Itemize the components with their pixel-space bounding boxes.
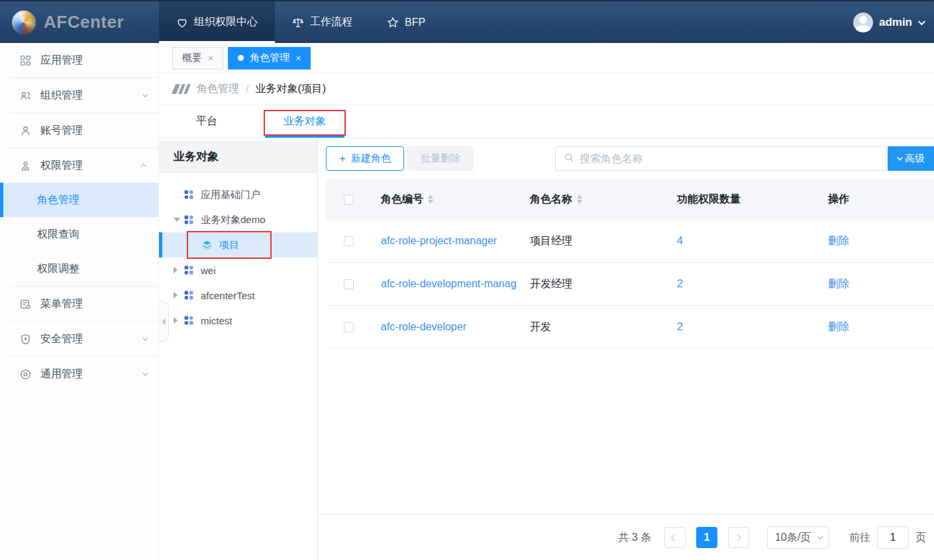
- sidebar-item-permission-adjust[interactable]: 权限调整: [0, 252, 158, 286]
- row-checkbox[interactable]: [344, 279, 354, 289]
- tab-platform[interactable]: 平台: [174, 105, 240, 138]
- sidebar-item-general-management[interactable]: 通用管理: [0, 357, 158, 391]
- new-role-label: 新建角色: [351, 152, 391, 165]
- sidebar-collapse-handle[interactable]: [159, 301, 169, 342]
- menu-doc-icon: [20, 299, 32, 310]
- role-table: 角色编号 角色名称 功能权限数量 操作 a: [326, 179, 934, 349]
- tree-node-app-base-portal[interactable]: 应用基础门户: [159, 182, 317, 207]
- header-nav: 组织权限中心 工作流程 BFP: [159, 1, 442, 43]
- search-input[interactable]: [580, 153, 878, 165]
- chevron-down-icon: [142, 335, 148, 340]
- table-row: afc-role-development-manag 开发经理 2 删除: [326, 263, 934, 306]
- double-chevron-down-icon: [897, 156, 901, 161]
- select-all-checkbox[interactable]: [344, 195, 354, 205]
- tree: 应用基础门户: [159, 173, 317, 333]
- shield-heart-icon: [176, 17, 188, 28]
- tree-node-mictest[interactable]: mictest: [159, 308, 317, 333]
- sidebar-item-permission-query[interactable]: 权限查询: [0, 217, 158, 252]
- tab-business-object[interactable]: 业务对象: [265, 105, 344, 138]
- expander-right-icon[interactable]: [174, 267, 183, 273]
- brand-name: AFCenter: [44, 12, 124, 32]
- goto-label: 前往: [849, 531, 870, 545]
- role-id-link[interactable]: afc-role-project-manager: [371, 235, 520, 247]
- search-icon: [564, 152, 574, 165]
- account-user-icon: [20, 125, 32, 136]
- view-tabs: 平台 业务对象: [159, 105, 934, 138]
- chevron-left-icon: [671, 534, 678, 541]
- nav-item-bfp[interactable]: BFP: [370, 1, 442, 43]
- batch-delete-button[interactable]: 批量删除: [407, 146, 474, 171]
- sidebar-subitem-label: 权限调整: [37, 262, 79, 276]
- sidebar-item-menu-management[interactable]: 菜单管理: [0, 287, 158, 321]
- row-checkbox[interactable]: [344, 322, 354, 332]
- nav-item-org-permission-center[interactable]: 组织权限中心: [159, 1, 275, 43]
- app-node-icon: [183, 265, 194, 275]
- sidebar-item-security-management[interactable]: 安全管理: [0, 322, 158, 356]
- new-role-button[interactable]: + 新建角色: [326, 146, 404, 171]
- role-id-link[interactable]: afc-role-development-manag: [371, 278, 520, 290]
- delete-link[interactable]: 删除: [818, 277, 934, 291]
- role-name: 开发经理: [520, 277, 667, 291]
- tree-node-afcentertest[interactable]: afcenterTest: [159, 283, 317, 308]
- sidebar: 应用管理 组织管理 账号: [0, 43, 159, 560]
- tab-role-management[interactable]: 角色管理 ×: [228, 47, 311, 70]
- breadcrumb-current: 业务对象(项目): [255, 82, 326, 96]
- sidebar-item-label: 应用管理: [40, 54, 83, 68]
- tree-node-label: mictest: [201, 315, 233, 326]
- sidebar-item-app-management[interactable]: 应用管理: [0, 43, 158, 77]
- app-node-icon: [183, 315, 194, 326]
- tree-node-project[interactable]: 项目: [159, 232, 317, 257]
- next-page-button[interactable]: [728, 527, 749, 548]
- prev-page-button[interactable]: [664, 527, 686, 548]
- delete-link[interactable]: 删除: [818, 234, 934, 248]
- permission-count-link[interactable]: 2: [667, 278, 818, 290]
- expander-right-icon[interactable]: [174, 292, 183, 299]
- role-name: 项目经理: [520, 234, 667, 248]
- role-name: 开发: [520, 320, 667, 334]
- expander-down-icon[interactable]: [174, 218, 183, 222]
- chevron-down-icon: [817, 534, 823, 539]
- active-dot-icon: [238, 55, 244, 61]
- sidebar-item-account-management[interactable]: 账号管理: [0, 113, 158, 148]
- advanced-button[interactable]: 高级: [888, 146, 934, 171]
- table-row: afc-role-developer 开发 2 删除: [326, 306, 934, 349]
- tab-overview[interactable]: 概要 ×: [172, 47, 223, 70]
- permission-count-link[interactable]: 4: [667, 235, 818, 247]
- table-row: afc-role-project-manager 项目经理 4 删除: [326, 220, 934, 263]
- page-unit: 页: [915, 531, 926, 545]
- sort-icon[interactable]: [577, 195, 582, 204]
- page-size-select[interactable]: 10条/页: [767, 526, 829, 549]
- delete-link[interactable]: 删除: [818, 320, 934, 334]
- toolbar: + 新建角色 批量删除: [326, 146, 934, 171]
- tree-node-business-object-demo[interactable]: 业务对象demo: [159, 207, 317, 232]
- row-checkbox[interactable]: [344, 236, 354, 246]
- sidebar-item-label: 权限管理: [40, 159, 83, 173]
- sidebar-item-role-management[interactable]: 角色管理: [0, 183, 158, 217]
- tree-node-wei[interactable]: wei: [159, 257, 317, 283]
- current-page[interactable]: 1: [696, 527, 717, 548]
- view-tab-label: 平台: [196, 115, 217, 128]
- chevron-down-icon: [142, 91, 148, 97]
- top-header: AFCenter 组织权限中心 工作流程: [0, 0, 934, 43]
- view-tab-label: 业务对象: [284, 115, 326, 128]
- permission-badge-icon: [20, 160, 32, 171]
- expander-right-icon[interactable]: [174, 317, 183, 324]
- breadcrumb-icon: [174, 84, 189, 94]
- balance-icon: [292, 17, 304, 28]
- sidebar-subitem-label: 角色管理: [37, 193, 79, 207]
- breadcrumb-root[interactable]: 角色管理: [197, 82, 239, 96]
- breadcrumb-separator: /: [246, 83, 248, 95]
- brand: AFCenter: [0, 1, 159, 43]
- permission-count-link[interactable]: 2: [667, 321, 818, 333]
- user-menu[interactable]: admin: [853, 1, 934, 43]
- sort-icon[interactable]: [428, 195, 433, 204]
- sidebar-item-permission-management[interactable]: 权限管理: [0, 148, 158, 183]
- sidebar-item-org-management[interactable]: 组织管理: [0, 78, 158, 113]
- nav-item-label: 组织权限中心: [194, 15, 258, 29]
- close-icon[interactable]: ×: [208, 53, 213, 64]
- nav-item-workflow[interactable]: 工作流程: [275, 1, 370, 43]
- close-icon[interactable]: ×: [295, 53, 301, 64]
- goto-page-input[interactable]: [877, 526, 909, 549]
- role-id-link[interactable]: afc-role-developer: [371, 321, 520, 333]
- role-table-panel: + 新建角色 批量删除: [318, 138, 934, 560]
